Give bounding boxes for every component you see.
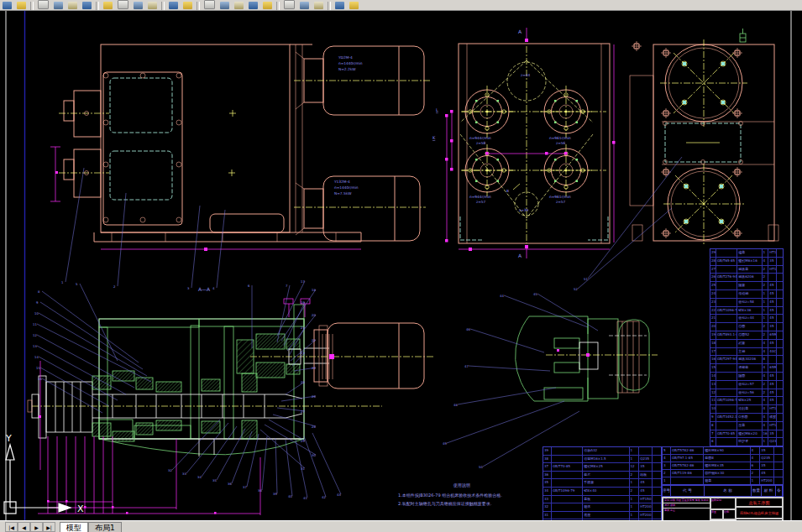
insert-block-icon[interactable] xyxy=(204,0,215,9)
view-front-housing xyxy=(50,44,361,251)
save-icon[interactable] xyxy=(38,0,49,9)
balloon-number: 10 xyxy=(34,311,39,316)
table-row: 16GB/T297-94 轴承302068 xyxy=(710,356,783,364)
notes-line1: 1.本组件按JB3026-79 组合机床验收技术条件检验合格. xyxy=(398,493,502,498)
tab-layout1[interactable]: 布局1 xyxy=(88,522,122,532)
balloon-number: 12 xyxy=(33,333,37,337)
sp-br-speed: n=961r/min xyxy=(549,195,571,199)
table-row: 15 调整垫4 65Mn xyxy=(710,364,783,373)
balloon-number: 17 xyxy=(301,279,305,284)
bom-table-left: 39 油标A321 38 油塞M16×1.51 Q235 37GB/T70-85… xyxy=(543,446,662,528)
balloon-number: 36 xyxy=(228,482,232,486)
notes-title: 使用说明 xyxy=(453,482,470,488)
leader-line xyxy=(578,208,672,289)
balloon-number: 43 xyxy=(337,493,341,497)
balloon-number: 13 xyxy=(33,344,37,348)
balloon-number: 11 xyxy=(33,322,37,326)
balloon-number: 42 xyxy=(322,495,326,499)
spelling-icon[interactable] xyxy=(82,2,92,9)
leader-line xyxy=(37,346,126,394)
bom-header-note: 备注 xyxy=(776,486,783,496)
table-row: 35 手柄套1 45 xyxy=(543,479,661,488)
print-icon[interactable] xyxy=(54,2,63,9)
motor1-speed: n=1440r/min xyxy=(338,61,363,65)
leader-line xyxy=(504,295,588,327)
bom-header-name: 名 称 xyxy=(705,486,752,496)
balloon-number: 48 xyxy=(453,403,458,407)
undo-icon[interactable] xyxy=(169,2,178,9)
table-row: 8 压盖4 HT150 xyxy=(710,422,783,430)
tab-nav-prev[interactable]: ◀ xyxy=(18,522,30,532)
motor2-model: Y132M-4 xyxy=(333,180,350,184)
match-properties-icon[interactable] xyxy=(148,2,157,9)
motor2-speed: n=1440r/min xyxy=(334,185,359,190)
toolbar xyxy=(0,0,802,11)
ucs-x-label: X xyxy=(77,503,84,514)
table-row: 13 齿轮z=572 45 xyxy=(710,381,783,389)
table-row: 29 端盖1 HT150 xyxy=(710,249,783,258)
pan-icon[interactable] xyxy=(220,2,229,9)
balloon-number: 39 xyxy=(273,492,277,496)
ucs-y-label: Y xyxy=(5,433,12,444)
layer-icon[interactable] xyxy=(349,2,359,9)
balloon-number: 23 xyxy=(301,351,305,355)
design-center-icon[interactable] xyxy=(300,2,309,9)
table-row: 36 垫片2 纸板 xyxy=(543,472,661,480)
zoom-previous-icon[interactable] xyxy=(263,2,272,9)
new-icon[interactable] xyxy=(3,2,12,9)
table-row: 19GB/T893.1-86 挡圈522 65Mn xyxy=(710,331,783,340)
view-motor-bottom xyxy=(314,323,424,389)
tool-palettes-icon[interactable] xyxy=(314,2,323,9)
leader-line xyxy=(273,415,316,426)
table-row: 6 防护罩1 Q235 xyxy=(710,438,783,446)
sp-tr-speed: n=961r/min xyxy=(549,136,571,140)
tab-model[interactable]: 模型 xyxy=(60,522,88,532)
layout-tab-bar: |◀ ◀ ▶ ▶| 模型 布局1 xyxy=(0,520,802,532)
table-row: 21 齿轮z=441 45 xyxy=(710,315,783,323)
copy-icon[interactable] xyxy=(118,0,128,9)
table-row: 37GB/T70-85 螺钉M8×2512 35 xyxy=(543,463,661,472)
balloon-number: 35 xyxy=(212,478,217,482)
balloon-number: 37 xyxy=(243,485,247,489)
balloon-number: 52 xyxy=(574,287,578,291)
marker-l: L xyxy=(436,107,438,112)
leader-line xyxy=(37,335,134,388)
balloon-number: 26 xyxy=(312,394,316,399)
print-preview-icon[interactable] xyxy=(68,2,77,9)
toolbar-separator xyxy=(96,2,99,10)
properties-icon[interactable] xyxy=(284,0,295,9)
sp-bl-teeth: z=57 xyxy=(476,200,486,204)
tab-nav-next[interactable]: ▶ xyxy=(30,522,43,532)
sp-bl-speed: n=944r/min xyxy=(469,195,491,199)
paste-icon[interactable] xyxy=(134,2,143,9)
zoom-realtime-icon[interactable] xyxy=(234,2,244,9)
bom-table-std-parts: 5GB/T5782-86 螺栓M8×904 35 4GB/T97.1-85 垫圈… xyxy=(662,446,784,485)
tab-nav-last[interactable]: ▶| xyxy=(43,522,55,532)
table-row: 34GB/T1096-79 键8×402 45 xyxy=(543,488,661,496)
balloon-number: 44 xyxy=(500,294,504,298)
balloon-number: 30 xyxy=(312,453,316,457)
cut-icon[interactable] xyxy=(103,2,113,9)
leader-line xyxy=(588,157,682,279)
gear-bottom-label: z=39 xyxy=(519,208,529,212)
balloon-number: 49 xyxy=(443,441,447,446)
help-icon[interactable] xyxy=(335,2,344,9)
balloon-number: 6 xyxy=(248,284,250,288)
table-row: 3GB/T5782-86 螺栓M8×356 35 xyxy=(663,462,783,470)
table-row: 32 箱体1 HT200 xyxy=(543,503,661,512)
balloon-number: 4 xyxy=(212,286,215,290)
view-section-detail xyxy=(516,316,658,401)
open-icon[interactable] xyxy=(17,2,26,9)
leader-line xyxy=(40,302,143,369)
table-row: 20 挡圈2 35 xyxy=(710,323,783,331)
balloon-number: 24 xyxy=(312,366,316,370)
tab-nav-first[interactable]: |◀ xyxy=(5,522,18,532)
sign-row-2: 审核 工艺 xyxy=(663,508,710,513)
redo-icon[interactable] xyxy=(183,2,192,9)
table-row: 39 油标A321 xyxy=(543,447,661,456)
leader-line xyxy=(191,206,200,288)
balloon-number: 47 xyxy=(464,364,469,368)
zoom-window-icon[interactable] xyxy=(249,2,258,9)
balloon-number: 5 xyxy=(76,282,78,286)
balloon-number: 29 xyxy=(301,439,305,443)
